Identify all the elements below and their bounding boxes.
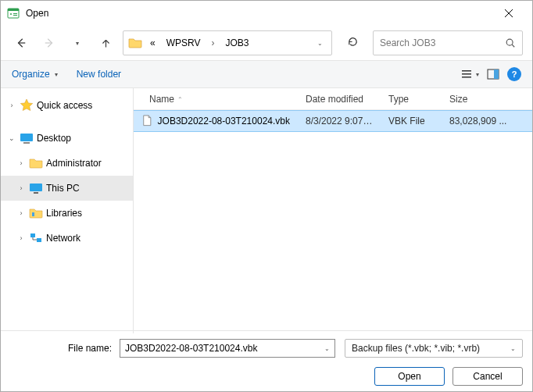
tree-label: Network: [46, 233, 80, 244]
chevron-right-icon: ›: [16, 159, 26, 167]
view-mode-button[interactable]: ▾: [460, 68, 479, 80]
app-icon: [7, 7, 20, 20]
tree-label: Libraries: [46, 208, 82, 219]
search-icon: [505, 37, 516, 48]
organize-menu[interactable]: Organize ▾: [12, 69, 58, 80]
file-list: Name⌃ Date modified Type Size JOB3D2022-…: [134, 88, 532, 333]
addr-dropdown[interactable]: ⌄: [313, 40, 327, 47]
crumb-overflow[interactable]: «: [147, 36, 159, 50]
nav-row: ▾ « WPSRV › JOB3 ⌄ Search JOB3: [1, 26, 532, 60]
new-folder-button[interactable]: New folder: [77, 69, 121, 80]
desktop-icon: [20, 131, 34, 145]
forward-button[interactable]: [38, 32, 60, 54]
network-icon: [29, 231, 43, 245]
sort-asc-icon: ⌃: [177, 96, 183, 103]
chevron-right-icon: ›: [16, 184, 26, 192]
svg-rect-21: [30, 233, 35, 237]
window-title: Open: [26, 8, 48, 19]
organize-label: Organize: [12, 69, 50, 80]
svg-rect-20: [32, 212, 34, 216]
filter-label: Backup files (*.vbk; *.vib; *.vrb): [352, 343, 480, 354]
tree-label: Administrator: [46, 158, 102, 169]
chevron-right-icon: ›: [7, 102, 16, 109]
tree-administrator[interactable]: › Administrator: [1, 151, 133, 176]
search-input[interactable]: Search JOB3: [373, 30, 523, 55]
tree-label: This PC: [46, 183, 80, 194]
star-icon: [20, 98, 34, 112]
col-date[interactable]: Date modified: [298, 94, 381, 105]
tree-desktop[interactable]: ⌄ Desktop: [1, 126, 133, 151]
col-size[interactable]: Size: [442, 94, 532, 105]
svg-rect-13: [462, 77, 471, 78]
filename-input[interactable]: JOB3D2022-08-03T210024.vbk ⌄: [120, 339, 335, 358]
col-type[interactable]: Type: [381, 94, 442, 105]
svg-rect-15: [494, 69, 499, 79]
help-button[interactable]: ?: [507, 67, 521, 81]
filename-value: JOB3D2022-08-03T210024.vbk: [125, 343, 324, 354]
svg-rect-19: [34, 192, 38, 194]
cancel-button[interactable]: Cancel: [453, 367, 523, 386]
file-date: 8/3/2022 9:07 PM: [298, 116, 381, 127]
libraries-icon: [29, 206, 43, 220]
preview-pane-button[interactable]: [487, 68, 499, 80]
tree-libraries[interactable]: › Libraries: [1, 201, 133, 226]
folder-icon: [29, 156, 43, 170]
close-button[interactable]: [492, 1, 526, 26]
file-type: VBK File: [381, 116, 442, 127]
titlebar: Open: [1, 1, 532, 26]
tree-label: Quick access: [37, 100, 92, 111]
bottom-panel: File name: JOB3D2022-08-03T210024.vbk ⌄ …: [1, 330, 532, 391]
refresh-button[interactable]: [342, 36, 363, 50]
search-placeholder: Search JOB3: [380, 37, 505, 48]
address-bar[interactable]: « WPSRV › JOB3 ⌄: [123, 30, 332, 55]
col-name[interactable]: Name⌃: [134, 94, 298, 105]
column-headers: Name⌃ Date modified Type Size: [134, 88, 532, 110]
up-button[interactable]: [95, 32, 116, 54]
file-icon: [141, 115, 153, 127]
chevron-down-icon: ▾: [476, 71, 479, 78]
svg-rect-12: [462, 73, 471, 75]
svg-line-10: [512, 45, 514, 47]
back-button[interactable]: [10, 32, 32, 54]
svg-rect-3: [13, 13, 17, 14]
chevron-right-icon: ›: [16, 209, 26, 217]
svg-rect-18: [30, 184, 42, 191]
svg-rect-1: [8, 9, 19, 11]
file-type-filter[interactable]: Backup files (*.vbk; *.vib; *.vrb) ⌄: [345, 339, 523, 358]
file-name: JOB3D2022-08-03T210024.vbk: [158, 116, 290, 127]
tree-label: Desktop: [37, 133, 71, 144]
chevron-right-icon: ›: [208, 36, 217, 50]
chevron-down-icon: ▾: [55, 71, 58, 78]
crumb-job3[interactable]: JOB3: [222, 36, 252, 50]
filename-label: File name:: [10, 343, 112, 354]
svg-point-9: [506, 39, 513, 45]
nav-tree: › Quick access ⌄ Desktop › Administrator…: [1, 88, 134, 333]
toolbar: Organize ▾ New folder ▾ ?: [1, 60, 532, 88]
svg-rect-17: [23, 142, 30, 144]
open-button[interactable]: Open▾: [374, 367, 445, 386]
chevron-down-icon[interactable]: ⌄: [324, 345, 330, 352]
svg-rect-16: [20, 134, 33, 141]
file-size: 83,028,909 ...: [442, 116, 532, 127]
svg-rect-4: [13, 15, 17, 16]
recent-dropdown[interactable]: ▾: [66, 32, 88, 54]
svg-rect-22: [37, 238, 41, 242]
pc-icon: [29, 181, 43, 195]
main-area: › Quick access ⌄ Desktop › Administrator…: [1, 88, 532, 333]
svg-rect-11: [462, 70, 471, 72]
folder-icon: [128, 36, 142, 50]
chevron-down-icon: ⌄: [510, 345, 516, 352]
tree-quick-access[interactable]: › Quick access: [1, 93, 133, 118]
tree-this-pc[interactable]: › This PC: [1, 176, 133, 201]
svg-point-2: [10, 13, 12, 15]
file-row[interactable]: JOB3D2022-08-03T210024.vbk 8/3/2022 9:07…: [134, 110, 532, 132]
tree-network[interactable]: › Network: [1, 226, 133, 251]
chevron-right-icon: ›: [16, 234, 26, 242]
crumb-wpsrv[interactable]: WPSRV: [163, 36, 204, 50]
chevron-down-icon: ⌄: [7, 134, 16, 142]
